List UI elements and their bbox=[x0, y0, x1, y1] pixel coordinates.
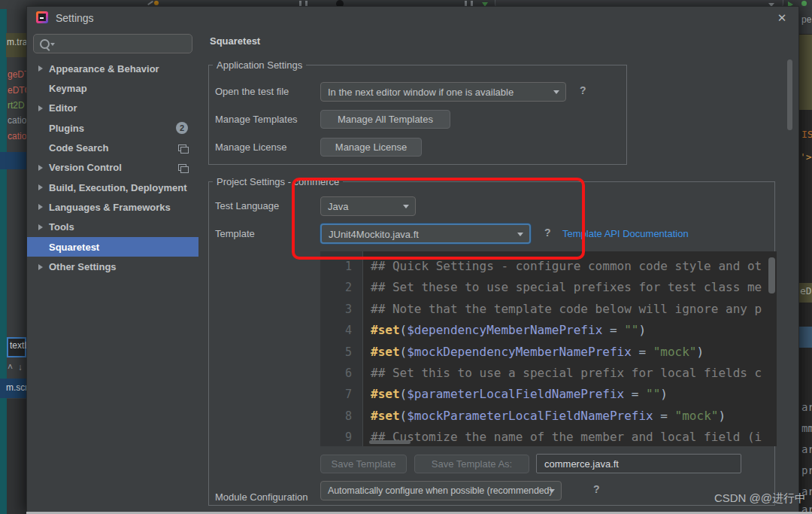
background-right bbox=[799, 9, 812, 514]
line-number: 5 bbox=[345, 342, 352, 363]
coverage-icon[interactable] bbox=[801, 1, 807, 6]
code-token: = bbox=[602, 323, 624, 337]
settings-search-box[interactable] bbox=[33, 34, 192, 53]
sidebar-item-label: Version Control bbox=[49, 162, 122, 173]
code-token: = bbox=[624, 387, 646, 401]
code-line[interactable]: ## Set this to use a special prefix for … bbox=[371, 363, 762, 384]
editor-code[interactable]: ## Quick Settings - configure common cod… bbox=[371, 251, 777, 446]
background-text-fragment: catio bbox=[8, 116, 26, 126]
code-token: ( bbox=[400, 387, 408, 401]
manage-license-label: Manage License bbox=[215, 141, 286, 153]
sidebar-item-label: Keymap bbox=[49, 83, 87, 94]
sidebar-item-appearance-behavior[interactable]: Appearance & Behavior bbox=[27, 59, 198, 78]
code-token: #set bbox=[371, 345, 400, 359]
code-token: $dependencyMemberNamePrefix bbox=[407, 323, 602, 337]
line-number: 6 bbox=[345, 363, 352, 384]
background-text-fragment: mm bbox=[801, 423, 812, 434]
sidebar-item-build-execution-deployment[interactable]: Build, Execution, Deployment bbox=[27, 178, 198, 197]
sidebar-item-editor[interactable]: Editor bbox=[27, 99, 198, 118]
expand-arrow-icon[interactable] bbox=[38, 165, 43, 171]
dialog-title: Settings bbox=[56, 12, 94, 24]
code-line[interactable]: ## Customize the name of the member and … bbox=[371, 427, 762, 446]
dialog-scrollbar[interactable] bbox=[787, 59, 792, 130]
close-icon[interactable]: ✕ bbox=[774, 10, 790, 26]
sidebar-item-label: Appearance & Behavior bbox=[49, 63, 159, 75]
line-number: 2 bbox=[345, 277, 352, 298]
template-label: Template bbox=[215, 228, 255, 239]
intellij-logo-icon bbox=[36, 11, 48, 23]
code-line[interactable]: ## Set these to use special prefixes for… bbox=[371, 277, 762, 298]
background-text-fragment: m.tra bbox=[7, 38, 27, 47]
background-text-fragment: catio bbox=[8, 132, 26, 141]
help-icon[interactable]: ? bbox=[593, 483, 600, 495]
code-token: ( bbox=[400, 409, 408, 423]
manage-all-templates-button[interactable]: Manage All Templates bbox=[320, 110, 450, 129]
template-filename-field[interactable]: commerce.java.ft bbox=[536, 454, 741, 473]
editor-selection-block bbox=[799, 35, 812, 110]
code-line[interactable]: #set($parameterLocalFieldNamePrefix = ""… bbox=[371, 384, 668, 405]
shared-settings-icon bbox=[178, 164, 186, 171]
code-token: "" bbox=[624, 323, 638, 337]
annotation-rectangle bbox=[292, 178, 585, 260]
code-token: $parameterLocalFieldNamePrefix bbox=[407, 387, 624, 401]
sidebar-item-other-settings[interactable]: Other Settings bbox=[27, 257, 198, 277]
code-token: ) bbox=[638, 323, 646, 337]
code-line[interactable]: ## Note that the template code below wil… bbox=[371, 299, 762, 320]
template-editor[interactable]: 123456789 ## Quick Settings - configure … bbox=[320, 251, 777, 446]
expand-arrow-icon[interactable] bbox=[38, 184, 43, 190]
sidebar-item-label: Languages & Frameworks bbox=[49, 202, 171, 213]
code-token: ( bbox=[400, 323, 408, 337]
expand-arrow-icon[interactable] bbox=[38, 204, 43, 210]
sidebar-item-label: Squaretest bbox=[49, 242, 99, 253]
code-token: "mock" bbox=[675, 409, 719, 423]
background-text-fragment: pr bbox=[801, 465, 812, 476]
line-number: 9 bbox=[345, 427, 352, 446]
code-token: ( bbox=[400, 345, 408, 359]
search-options-arrow-icon[interactable] bbox=[50, 43, 55, 48]
expand-arrow-icon[interactable] bbox=[38, 105, 43, 111]
expand-arrow-icon[interactable] bbox=[38, 224, 43, 230]
editor-vertical-scrollbar[interactable] bbox=[768, 257, 775, 293]
code-token: ) bbox=[718, 409, 726, 423]
save-template-as-button[interactable]: Save Template As: bbox=[414, 455, 529, 473]
plugins-count-badge: 2 bbox=[176, 122, 188, 134]
code-token: ## Set these to use special prefixes for… bbox=[371, 280, 762, 294]
line-number: 7 bbox=[345, 384, 352, 405]
code-token: = bbox=[632, 345, 653, 359]
expand-arrow-icon[interactable] bbox=[38, 65, 43, 71]
open-test-file-select[interactable]: In the next editor window if one is avai… bbox=[320, 82, 566, 102]
sidebar-item-tools[interactable]: Tools bbox=[27, 217, 198, 237]
sidebar-item-version-control[interactable]: Version Control bbox=[27, 158, 198, 178]
sidebar-item-languages-frameworks[interactable]: Languages & Frameworks bbox=[27, 197, 198, 217]
manage-license-button[interactable]: Manage License bbox=[320, 138, 422, 157]
editor-gutter: 123456789 bbox=[320, 251, 363, 446]
background-text-fragment: rt2D bbox=[8, 101, 25, 111]
toolbar-amber-icon bbox=[154, 1, 159, 5]
code-line[interactable]: #set($dependencyMemberNamePrefix = "") bbox=[371, 320, 646, 341]
module-configuration-select[interactable]: Automatically configure when possible (r… bbox=[320, 481, 562, 500]
code-line[interactable]: #set($mockDependencyMemberNamePrefix = "… bbox=[371, 342, 704, 363]
background-text-fragment: ˄ ↓ bbox=[8, 363, 23, 373]
line-number: 4 bbox=[345, 320, 352, 341]
sidebar-item-code-search[interactable]: Code Search bbox=[27, 138, 198, 157]
screen: Settings ✕ Appearance & BehaviorKeymapEd… bbox=[0, 0, 812, 514]
editor-horizontal-scrollbar[interactable] bbox=[369, 440, 411, 444]
save-template-button[interactable]: Save Template bbox=[320, 455, 407, 473]
expand-arrow-icon[interactable] bbox=[38, 264, 43, 270]
selected-value: In the next editor window if one is avai… bbox=[328, 87, 514, 98]
code-token: ## Customize the name of the member and … bbox=[371, 430, 762, 444]
sidebar-item-keymap[interactable]: Keymap bbox=[27, 78, 198, 98]
help-icon[interactable]: ? bbox=[580, 84, 586, 96]
sidebar-item-plugins[interactable]: Plugins2 bbox=[27, 118, 198, 138]
code-token: ) bbox=[660, 387, 668, 401]
test-language-label: Test Language bbox=[215, 200, 279, 211]
code-line[interactable]: #set($mockParameterLocalFieldNamePrefix … bbox=[371, 406, 726, 427]
module-configuration-label: Module Configuration bbox=[215, 491, 308, 503]
sidebar-item-squaretest[interactable]: Squaretest bbox=[27, 237, 198, 257]
sidebar-item-label: Other Settings bbox=[49, 261, 117, 272]
search-icon bbox=[40, 39, 50, 49]
chevron-down-icon bbox=[553, 90, 559, 97]
editor-caret-row-block bbox=[799, 327, 812, 348]
search-input[interactable] bbox=[56, 36, 187, 53]
code-token: ## Note that the template code below wil… bbox=[371, 302, 762, 316]
